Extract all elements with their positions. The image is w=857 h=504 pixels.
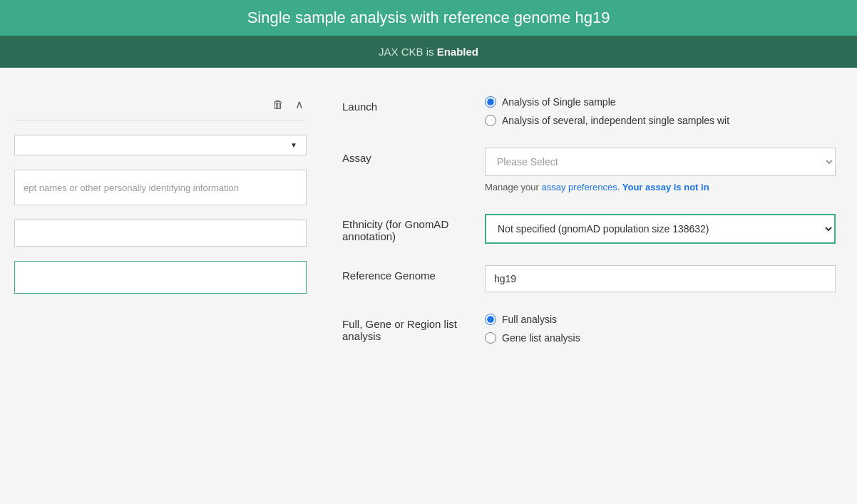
left-text-field	[14, 220, 307, 247]
left-panel: 🗑 ∧ ▼ ept names or other personally iden…	[0, 89, 321, 372]
ethnicity-row: Ethnicity (for GnomAD annotation) Not sp…	[342, 214, 836, 244]
chevron-down-icon: ▼	[290, 141, 297, 149]
ethnicity-control: Not specified (gnomAD population size 13…	[485, 214, 836, 244]
assay-select[interactable]: Please Select	[485, 148, 836, 176]
radio-gene-list[interactable]: Gene list analysis	[485, 332, 836, 344]
reference-genome-value: hg19	[485, 265, 836, 292]
subtitle-prefix: JAX CKB is	[379, 46, 437, 58]
right-panel: Launch Analysis of Single sample Analysi…	[321, 89, 857, 372]
reference-genome-row: Reference Genome hg19	[342, 265, 836, 292]
launch-row: Launch Analysis of Single sample Analysi…	[342, 96, 836, 126]
assay-not-in-text: Your assay is not in	[620, 182, 709, 192]
ethnicity-select[interactable]: Not specified (gnomAD population size 13…	[485, 214, 836, 244]
assay-preferences-link[interactable]: assay preferences	[542, 182, 617, 192]
reference-genome-label: Reference Genome	[342, 265, 485, 282]
collapse-button[interactable]: ∧	[292, 96, 307, 113]
left-panel-toolbar: 🗑 ∧	[14, 96, 307, 120]
subtitle-status: Enabled	[437, 46, 478, 58]
pii-placeholder: ept names or other personally identifyin…	[24, 182, 239, 193]
analysis-radio-group: Analysis of Single sample Analysis of se…	[485, 96, 836, 126]
main-content: 🗑 ∧ ▼ ept names or other personally iden…	[0, 68, 857, 394]
left-dropdown[interactable]: ▼	[14, 135, 307, 155]
assay-label: Assay	[342, 148, 485, 164]
radio-gene-list-input[interactable]	[485, 332, 496, 344]
top-banner: Single sample analysis with reference ge…	[0, 0, 857, 68]
delete-button[interactable]: 🗑	[270, 97, 287, 113]
radio-single-sample-label: Analysis of Single sample	[502, 96, 616, 108]
assay-help-text: Manage your assay preferences. Your assa…	[485, 182, 836, 192]
radio-single-sample-input[interactable]	[485, 96, 496, 108]
radio-gene-list-label: Gene list analysis	[502, 332, 580, 344]
reference-genome-control: hg19	[485, 265, 836, 292]
radio-several-samples[interactable]: Analysis of several, independent single …	[485, 115, 836, 126]
ethnicity-label: Ethnicity (for GnomAD annotation)	[342, 214, 485, 242]
teal-input-field[interactable]	[14, 261, 307, 294]
full-gene-region-label: Full, Gene or Region list analysis	[342, 314, 485, 342]
radio-full-analysis[interactable]: Full analysis	[485, 314, 836, 325]
pii-warning-text: ept names or other personally identifyin…	[14, 170, 307, 205]
launch-control: Analysis of Single sample Analysis of se…	[485, 96, 836, 126]
chevron-up-icon: ∧	[295, 98, 304, 110]
assay-help-prefix: Manage your	[485, 182, 542, 192]
radio-several-samples-label: Analysis of several, independent single …	[502, 115, 729, 126]
full-gene-region-row: Full, Gene or Region list analysis Full …	[342, 314, 836, 344]
radio-single-sample[interactable]: Analysis of Single sample	[485, 96, 836, 108]
launch-label: Launch	[342, 96, 485, 113]
assay-control: Please Select Manage your assay preferen…	[485, 148, 836, 192]
radio-full-analysis-label: Full analysis	[502, 314, 557, 325]
assay-row: Assay Please Select Manage your assay pr…	[342, 148, 836, 192]
radio-full-analysis-input[interactable]	[485, 314, 496, 325]
trash-icon: 🗑	[272, 98, 284, 110]
full-gene-region-control: Full analysis Gene list analysis	[485, 314, 836, 344]
page-title: Single sample analysis with reference ge…	[247, 9, 610, 26]
analysis-type-radio-group: Full analysis Gene list analysis	[485, 314, 836, 344]
radio-several-samples-input[interactable]	[485, 115, 496, 126]
